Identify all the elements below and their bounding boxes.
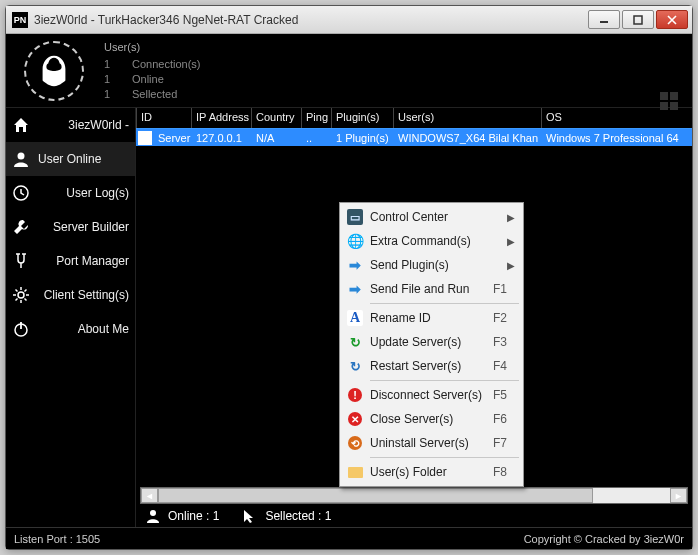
- stats-n-1: 1: [104, 72, 114, 87]
- col-ip[interactable]: IP Address: [191, 108, 251, 128]
- arrow-icon: ➡: [344, 255, 366, 275]
- view-toggle-icon[interactable]: [660, 92, 678, 110]
- svg-rect-0: [600, 21, 608, 23]
- svg-point-4: [18, 292, 24, 298]
- sidebar-item-label: Client Setting(s): [38, 288, 129, 302]
- maximize-button[interactable]: [622, 10, 654, 29]
- sidebar-item-label: Server Builder: [38, 220, 129, 234]
- footer-listen-port: Listen Port : 1505: [14, 533, 100, 545]
- menu-separator: [370, 457, 519, 458]
- submenu-arrow-icon: ▶: [507, 236, 515, 247]
- scroll-left-icon[interactable]: ◄: [141, 488, 158, 503]
- status-selected: Sellected : 1: [265, 509, 331, 523]
- sidebar-item-2[interactable]: User Log(s): [6, 176, 135, 210]
- menu-item-label: Extra Command(s): [370, 234, 503, 248]
- menu-item-label: Uninstall Server(s): [370, 436, 489, 450]
- scroll-right-icon[interactable]: ►: [670, 488, 687, 503]
- status-online: Online : 1: [168, 509, 219, 523]
- col-id[interactable]: ID: [136, 108, 191, 128]
- monitor-icon: ▭: [344, 207, 366, 227]
- clock-icon: [12, 184, 30, 202]
- sidebar-item-label: About Me: [38, 322, 129, 336]
- horizontal-scrollbar[interactable]: ◄ ►: [140, 487, 688, 504]
- arrow2-icon: ➡: [344, 279, 366, 299]
- A-icon: A: [344, 308, 366, 328]
- user-icon: [12, 150, 30, 168]
- sidebar-item-3[interactable]: Server Builder: [6, 210, 135, 244]
- cursor-icon: [241, 508, 259, 524]
- cell-ip: 127.0.0.1: [192, 132, 252, 144]
- power-icon: [12, 320, 30, 338]
- menu-shortcut: F3: [493, 335, 515, 349]
- menu-item-0[interactable]: ▭Control Center▶: [342, 205, 521, 229]
- x-icon: ✕: [344, 409, 366, 429]
- col-ping[interactable]: Ping: [301, 108, 331, 128]
- menu-item-label: Control Center: [370, 210, 503, 224]
- menu-shortcut: F4: [493, 359, 515, 373]
- menu-item-2[interactable]: ➡Send Plugin(s)▶: [342, 253, 521, 277]
- sidebar-item-1[interactable]: User Online: [6, 142, 135, 176]
- col-os[interactable]: OS: [541, 108, 692, 128]
- sidebar-item-6[interactable]: About Me: [6, 312, 135, 346]
- menu-item-9[interactable]: !Disconnect Server(s)F5: [342, 383, 521, 407]
- col-users[interactable]: User(s): [393, 108, 541, 128]
- sidebar-item-0[interactable]: 3iezW0rld -: [6, 108, 135, 142]
- menu-item-5[interactable]: ARename IDF2: [342, 306, 521, 330]
- cell-id: Server: [154, 132, 192, 144]
- sidebar-item-label: User Online: [38, 152, 129, 166]
- menu-separator: [370, 380, 519, 381]
- cell-plugin: 1 Plugin(s): [332, 132, 394, 144]
- menu-shortcut: F8: [493, 465, 515, 479]
- uninst-icon: ⟲: [344, 433, 366, 453]
- col-country[interactable]: Country: [251, 108, 301, 128]
- svg-rect-1: [634, 16, 642, 24]
- menu-item-label: Send Plugin(s): [370, 258, 503, 272]
- menu-item-label: Disconnect Server(s): [370, 388, 489, 402]
- minimize-button[interactable]: [588, 10, 620, 29]
- menu-item-7[interactable]: ↻Restart Server(s)F4: [342, 354, 521, 378]
- menu-item-13[interactable]: User(s) FolderF8: [342, 460, 521, 484]
- col-plugin[interactable]: Plugin(s): [331, 108, 393, 128]
- app-icon: PN: [12, 12, 28, 28]
- context-menu[interactable]: ▭Control Center▶🌐Extra Command(s)▶➡Send …: [339, 202, 524, 487]
- refresh2-icon: ↻: [344, 356, 366, 376]
- folder-icon: [344, 462, 366, 482]
- sidebar-item-label: 3iezW0rld -: [38, 118, 129, 132]
- menu-separator: [370, 303, 519, 304]
- menu-item-label: Close Server(s): [370, 412, 489, 426]
- scroll-thumb[interactable]: [158, 488, 593, 503]
- table-row[interactable]: -- Server 127.0.0.1 N/A .. 1 Plugin(s) W…: [136, 128, 692, 146]
- footer-copyright: Copyright © Cracked by 3iezW0r: [524, 533, 684, 545]
- app-window: PN 3iezW0rld - TurkHacker346 NgeNet-RAT …: [5, 5, 693, 550]
- close-button[interactable]: [656, 10, 688, 29]
- menu-item-6[interactable]: ↻Update Server(s)F3: [342, 330, 521, 354]
- menu-item-11[interactable]: ⟲Uninstall Server(s)F7: [342, 431, 521, 455]
- wrench-icon: [12, 218, 30, 236]
- sidebar-item-4[interactable]: Port Manager: [6, 244, 135, 278]
- menu-item-label: Rename ID: [370, 311, 489, 325]
- svg-point-6: [150, 510, 156, 516]
- menu-item-label: Restart Server(s): [370, 359, 489, 373]
- stats-l-0: Connection(s): [132, 57, 200, 72]
- stats-n-0: 1: [104, 57, 114, 72]
- home-icon: [12, 116, 30, 134]
- stats-n-2: 1: [104, 87, 114, 102]
- menu-item-1[interactable]: 🌐Extra Command(s)▶: [342, 229, 521, 253]
- menu-item-3[interactable]: ➡Send File and RunF1: [342, 277, 521, 301]
- row-flag-icon: --: [138, 131, 152, 145]
- column-headers[interactable]: ID IP Address Country Ping Plugin(s) Use…: [136, 108, 692, 128]
- cell-os: Windows 7 Professional 64: [542, 132, 692, 144]
- sidebar-item-label: User Log(s): [38, 186, 129, 200]
- titlebar[interactable]: PN 3iezW0rld - TurkHacker346 NgeNet-RAT …: [6, 6, 692, 34]
- logo-icon: [24, 41, 84, 101]
- window-title: 3iezW0rld - TurkHacker346 NgeNet-RAT Cra…: [34, 13, 586, 27]
- globe-icon: 🌐: [344, 231, 366, 251]
- cell-users: WINDOWS7_X64 Bilal Khan: [394, 132, 542, 144]
- sidebar: 3iezW0rld -User OnlineUser Log(s)Server …: [6, 108, 135, 527]
- sidebar-item-label: Port Manager: [38, 254, 129, 268]
- menu-item-10[interactable]: ✕Close Server(s)F6: [342, 407, 521, 431]
- stats-panel: User(s) 1Connection(s) 1Online 1Sellecte…: [104, 40, 200, 102]
- submenu-arrow-icon: ▶: [507, 260, 515, 271]
- refresh-icon: ↻: [344, 332, 366, 352]
- sidebar-item-5[interactable]: Client Setting(s): [6, 278, 135, 312]
